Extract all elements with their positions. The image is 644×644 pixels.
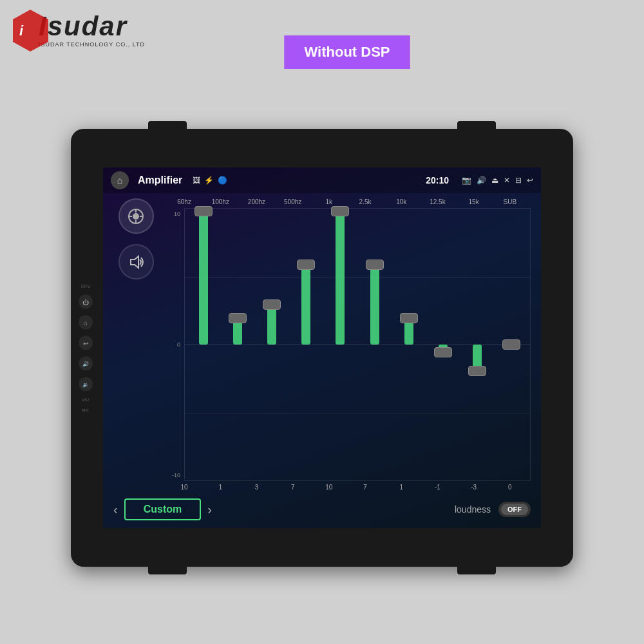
settings-button[interactable] [118,198,154,234]
volume-icon: 🔊 [477,176,486,185]
loudness-label: loudness [455,504,491,515]
mic-label: MIC [82,408,90,412]
fader-col-10k [393,211,424,478]
fader-col-2.5k [359,211,390,478]
home-button[interactable]: ⌂ [111,171,129,189]
fader-track-500hz [290,211,322,478]
screen: ⌂ Amplifier 🖼 ⚡ 🔵 20:10 📷 🔊 ⏏ ✕ ⊟ ↩ [103,167,541,528]
freq-label-12.5k: 12.5k [424,198,450,205]
fader-track-1k [325,211,356,478]
eject-icon: ⏏ [491,176,498,185]
logo-subtitle: ISUDAR TECHNOLOGY CO., LTD [39,41,145,48]
fader-bar-1k [336,211,345,345]
vol-up-button[interactable]: 🔊 [79,357,93,371]
svg-point-3 [133,213,139,220]
volume-button[interactable] [118,244,154,279]
freq-label-200hz: 200hz [243,198,269,205]
freq-label-2.5k: 2.5k [352,198,378,205]
power-button[interactable]: ⏻ [79,295,93,309]
faders-row: 10 0 -10 [164,208,531,481]
home-side-button[interactable]: ⌂ [79,316,93,330]
fader-thumb-60hz[interactable] [194,206,213,216]
freq-label-15k: 15k [461,198,487,205]
fader-val-100hz: 1 [207,484,233,491]
fader-thumb-500hz[interactable] [297,260,315,270]
car-unit: GPS ⏻ ⌂ ↩ 🔊 🔉 RST MIC ⌂ Amplifier 🖼 ⚡ 🔵 … [71,129,573,567]
fader-val-10k: 1 [388,484,414,491]
fader-labels-top: 60hz 100hz 200hz 500hz 1k 2.5k 10k 12.5k… [164,198,531,205]
svg-marker-0 [13,10,48,52]
freq-label-1k: 1k [316,198,342,205]
bottom-controls: ‹ Custom › loudness OFF [113,493,531,523]
freq-label-60hz: 60hz [171,198,197,205]
freq-label-sub: SUB [497,198,523,205]
mount-tab-top-right [457,121,496,133]
minimize-icon: ⊟ [515,176,522,185]
fader-thumb-12.5k[interactable] [434,347,452,357]
fader-thumb-2.5k[interactable] [366,260,384,270]
fader-val-200hz: 3 [243,484,269,491]
svg-marker-8 [131,256,138,268]
app-title: Amplifier [138,175,182,186]
fader-val-1k: 10 [316,484,342,491]
fader-col-1k [325,211,356,478]
status-right-icons: 📷 🔊 ⏏ ✕ ⊟ ↩ [462,176,533,185]
eq-main: 60hz 100hz 200hz 500hz 1k 2.5k 10k 12.5k… [113,198,531,491]
svg-text:i: i [19,23,24,39]
page-container: i Isudar ISUDAR TECHNOLOGY CO., LTD With… [0,0,644,644]
fader-col-60hz [187,211,219,478]
fader-thumb-100hz[interactable] [229,313,247,323]
preset-controls: ‹ Custom › [113,498,212,520]
back-side-button[interactable]: ↩ [79,336,93,350]
fader-thumb-SUB[interactable] [502,339,520,350]
fader-bar-200hz [267,305,276,345]
y-bot: -10 [164,472,183,478]
mount-tab-bottom-left [148,563,187,574]
fader-track-15k [462,211,493,478]
vol-down-button[interactable]: 🔉 [79,377,93,392]
fader-val-15k: -3 [461,484,487,491]
logo-area: i Isudar ISUDAR TECHNOLOGY CO., LTD [39,13,145,48]
logo-icon: i [13,10,48,52]
fader-col-SUB [496,211,527,478]
tune-icon [127,207,145,225]
fader-col-12.5k [427,211,459,478]
fader-track-12.5k [427,211,459,478]
y-mid: 0 [164,341,183,348]
fader-bar-60hz [199,211,208,345]
fader-thumb-10k[interactable] [400,313,418,323]
fader-thumb-15k[interactable] [468,366,486,376]
y-top: 10 [164,211,183,217]
dsp-badge-text: Without DSP [305,44,390,60]
status-bar: ⌂ Amplifier 🖼 ⚡ 🔵 20:10 📷 🔊 ⏏ ✕ ⊟ ↩ [103,167,541,193]
speaker-icon [127,253,145,271]
preset-name-button[interactable]: Custom [124,498,202,520]
close-icon: ✕ [504,176,510,185]
left-buttons: GPS ⏻ ⌂ ↩ 🔊 🔉 RST MIC [79,284,93,412]
faders-labels-bottom: 101371071-1-30 [164,484,531,491]
image-icon: 🖼 [193,176,200,185]
loudness-controls: loudness OFF [455,502,531,517]
fader-col-500hz [290,211,322,478]
y-scale: 10 0 -10 [164,208,183,481]
loudness-toggle[interactable]: OFF [498,502,531,517]
mount-tab-bottom-right [457,563,496,574]
faders-container: 60hz 100hz 200hz 500hz 1k 2.5k 10k 12.5k… [164,198,531,491]
fader-val-12.5k: -1 [424,484,450,491]
fader-val-500hz: 7 [280,484,306,491]
fader-thumb-200hz[interactable] [263,299,281,310]
fader-col-100hz [222,211,253,478]
fader-col-200hz [256,211,287,478]
rst-label: RST [82,398,90,402]
logo-brand: Isudar [39,13,128,40]
prev-preset-button[interactable]: ‹ [113,502,118,517]
next-preset-button[interactable]: › [207,502,212,517]
fader-track-100hz [222,211,253,478]
fader-bar-500hz [301,265,310,345]
fader-bar-2.5k [370,265,379,345]
bluetooth-icon: 🔵 [218,176,227,185]
fader-thumb-1k[interactable] [331,206,349,216]
back-icon: ↩ [527,176,533,185]
status-icons: 🖼 ⚡ 🔵 [193,176,227,185]
status-time: 20:10 [426,175,449,185]
